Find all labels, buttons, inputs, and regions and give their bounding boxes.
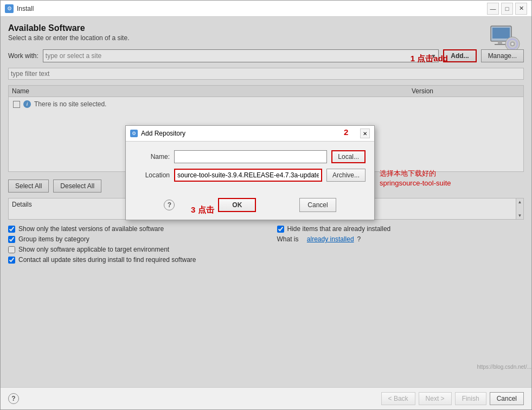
- content-area: Available Software Select a site or ente…: [1, 17, 531, 387]
- modal-help-icon[interactable]: ?: [164, 200, 175, 210]
- modal-title-icon: ⚙: [130, 130, 138, 137]
- modal-overlay: ⚙ Add Repository 2 ✕ 选择本地下载好的 springsour…: [1, 17, 531, 387]
- close-button[interactable]: ✕: [515, 3, 527, 15]
- annot-right-line2: springsource-tool-suite: [380, 178, 477, 188]
- location-field-row: Location Archive...: [134, 169, 366, 182]
- modal-title-left: ⚙ Add Repository: [130, 130, 185, 137]
- archive-button[interactable]: Archive...: [326, 169, 366, 182]
- modal-close-button[interactable]: ✕: [360, 129, 370, 138]
- add-repository-dialog: ⚙ Add Repository 2 ✕ 选择本地下载好的 springsour…: [125, 125, 375, 220]
- install-window: ⚙ Install — □ ✕: [0, 0, 532, 410]
- back-button[interactable]: < Back: [381, 392, 415, 405]
- annotation-right: 选择本地下载好的 springsource-tool-suite: [380, 169, 477, 188]
- modal-footer: ? 3 点击 OK Cancel: [126, 194, 374, 220]
- window-title: Install: [17, 5, 34, 12]
- local-button[interactable]: Local...: [331, 150, 366, 163]
- cancel-modal-button[interactable]: Cancel: [299, 198, 336, 212]
- modal-title-bar: ⚙ Add Repository 2 ✕: [126, 126, 374, 142]
- next-button[interactable]: Next >: [419, 392, 452, 405]
- name-label: Name:: [134, 153, 170, 161]
- name-field-row: Name: Local...: [134, 150, 366, 163]
- title-bar: ⚙ Install — □ ✕: [1, 1, 531, 17]
- bottom-bar-buttons: < Back Next > Finish Cancel: [381, 392, 524, 405]
- bottom-bar: ? < Back Next > Finish Cancel: [1, 387, 531, 409]
- annotation-2: 2: [344, 127, 348, 137]
- name-input[interactable]: [174, 150, 327, 163]
- maximize-button[interactable]: □: [501, 3, 513, 15]
- minimize-button[interactable]: —: [487, 3, 499, 15]
- annot-right-line1: 选择本地下载好的: [380, 169, 477, 178]
- title-bar-left: ⚙ Install: [5, 4, 34, 13]
- help-icon[interactable]: ?: [8, 393, 19, 404]
- modal-title-controls: 2 ✕: [360, 129, 370, 138]
- annotation-3: 3 点击: [191, 205, 214, 215]
- location-input[interactable]: [174, 169, 322, 182]
- modal-body: 选择本地下载好的 springsource-tool-suite Name: L…: [126, 142, 374, 194]
- modal-title-text: Add Repository: [141, 130, 185, 137]
- ok-button[interactable]: OK: [218, 198, 256, 212]
- cancel-button[interactable]: Cancel: [490, 392, 524, 405]
- finish-button[interactable]: Finish: [455, 392, 486, 405]
- install-icon: ⚙: [5, 4, 14, 13]
- location-label: Location: [134, 171, 170, 179]
- title-controls: — □ ✕: [487, 3, 527, 15]
